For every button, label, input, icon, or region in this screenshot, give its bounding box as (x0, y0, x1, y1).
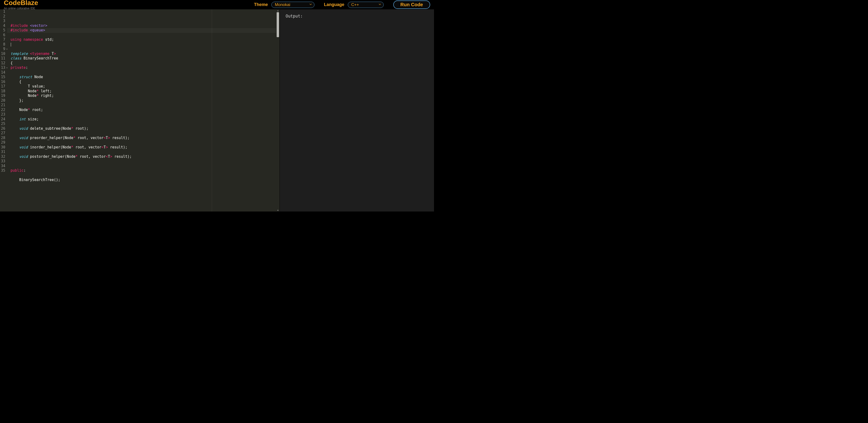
line-number[interactable]: 25 (1, 121, 5, 126)
brand: CodeBlaze An online collorative IDE (4, 0, 38, 10)
line-number-gutter[interactable]: 1234567891011121314151617181920212223242… (0, 9, 7, 212)
line-number[interactable]: 22 (1, 108, 5, 112)
code-line[interactable]: int size; (10, 117, 276, 122)
line-number[interactable]: 7 (1, 37, 5, 42)
print-margin (212, 9, 212, 212)
code-line[interactable]: Node* right; (10, 93, 276, 98)
code-line[interactable] (10, 70, 276, 75)
line-number[interactable]: 15 (1, 75, 5, 80)
code-line[interactable]: public: (10, 168, 276, 173)
line-number[interactable]: 33 (1, 159, 5, 164)
code-line[interactable]: #include <vector> (10, 24, 276, 28)
code-line[interactable]: void postorder_helper(Node* root, vector… (10, 154, 276, 159)
output-label: Output: (285, 14, 428, 19)
chevron-down-icon (309, 4, 312, 6)
line-number[interactable]: 1 (1, 9, 5, 14)
code-line[interactable] (10, 103, 276, 108)
line-number[interactable]: 35 (1, 168, 5, 173)
line-number[interactable]: 13 (1, 65, 5, 70)
code-line[interactable]: { (10, 80, 276, 84)
theme-select-value: Monokai (275, 2, 290, 7)
code-line[interactable] (10, 42, 276, 47)
main: 1234567891011121314151617181920212223242… (0, 9, 434, 212)
output-pane: Output: (280, 9, 434, 212)
line-number[interactable]: 14 (1, 70, 5, 75)
code-line[interactable] (10, 131, 276, 136)
line-number[interactable]: 12 (1, 61, 5, 66)
line-number[interactable]: 30 (1, 145, 5, 150)
code-line[interactable] (10, 112, 276, 117)
line-number[interactable]: 24 (1, 117, 5, 122)
line-number[interactable]: 3 (1, 19, 5, 24)
brand-title: CodeBlaze (4, 0, 38, 6)
code-line[interactable]: template <typename T> (10, 52, 276, 56)
line-number[interactable]: 17 (1, 84, 5, 89)
run-code-button[interactable]: Run Code (393, 0, 430, 9)
language-control: Language C++ (324, 2, 384, 8)
code-line[interactable] (10, 47, 276, 52)
code-line[interactable]: { (10, 61, 276, 66)
line-number[interactable]: 8 (1, 42, 5, 47)
editor-pane[interactable]: 1234567891011121314151617181920212223242… (0, 9, 280, 212)
line-number[interactable]: 29 (1, 140, 5, 145)
code-line[interactable]: }; (10, 98, 276, 103)
line-number[interactable]: 16 (1, 80, 5, 84)
line-number[interactable]: 31 (1, 150, 5, 154)
code-line[interactable] (10, 159, 276, 164)
code-line[interactable]: BinarySearchTree(); (10, 178, 276, 182)
code-line[interactable] (10, 33, 276, 38)
line-number[interactable]: 27 (1, 131, 5, 136)
code-line[interactable]: struct Node (10, 75, 276, 80)
code-line[interactable]: using namespace std; (10, 37, 276, 42)
code-line[interactable]: Node* left; (10, 89, 276, 94)
theme-label: Theme (254, 2, 268, 7)
scroll-down-arrow-icon[interactable]: ▾ (277, 209, 279, 212)
theme-control: Theme Monokai (254, 2, 314, 8)
line-number[interactable]: 20 (1, 98, 5, 103)
line-number[interactable]: 10 (1, 52, 5, 56)
line-number[interactable]: 34 (1, 164, 5, 169)
theme-select[interactable]: Monokai (271, 2, 314, 8)
code-line[interactable] (10, 164, 276, 169)
code-line[interactable] (10, 150, 276, 154)
line-number[interactable]: 26 (1, 126, 5, 131)
code-line[interactable]: void preorder_helper(Node* root, vector<… (10, 136, 276, 141)
line-number[interactable]: 5 (1, 28, 5, 33)
line-number[interactable]: 21 (1, 103, 5, 108)
code-line[interactable] (10, 182, 276, 187)
code-area[interactable]: #include <vector>#include <queue>using n… (7, 9, 276, 212)
text-cursor (11, 43, 11, 47)
language-label: Language (324, 2, 344, 7)
line-number[interactable]: 18 (1, 89, 5, 94)
vertical-scrollbar[interactable]: ▴ ▾ (276, 9, 280, 212)
code-line[interactable]: void delete_subtree(Node* root); (10, 126, 276, 131)
code-line[interactable] (10, 121, 276, 126)
line-number[interactable]: 19 (1, 93, 5, 98)
language-select-value: C++ (351, 2, 359, 7)
code-line[interactable]: void inorder_helper(Node* root, vector<T… (10, 145, 276, 150)
code-line[interactable]: T value; (10, 84, 276, 89)
code-line[interactable] (10, 140, 276, 145)
header: CodeBlaze An online collorative IDE Them… (0, 0, 434, 9)
code-line[interactable]: private: (10, 65, 276, 70)
active-line-highlight (7, 28, 276, 33)
line-number[interactable]: 2 (1, 14, 5, 19)
chevron-down-icon (379, 4, 381, 6)
language-select[interactable]: C++ (348, 2, 384, 8)
code-line[interactable]: Node* root; (10, 108, 276, 112)
scroll-up-arrow-icon[interactable]: ▴ (277, 9, 279, 12)
line-number[interactable]: 23 (1, 112, 5, 117)
code-line[interactable] (10, 173, 276, 178)
line-number[interactable]: 4 (1, 24, 5, 28)
line-number[interactable]: 9 (1, 47, 5, 52)
line-number[interactable]: 32 (1, 154, 5, 159)
code-line[interactable]: class BinarySearchTree (10, 56, 276, 61)
scroll-thumb[interactable] (277, 12, 279, 37)
line-number[interactable]: 6 (1, 33, 5, 38)
line-number[interactable]: 11 (1, 56, 5, 61)
line-number[interactable]: 28 (1, 136, 5, 141)
